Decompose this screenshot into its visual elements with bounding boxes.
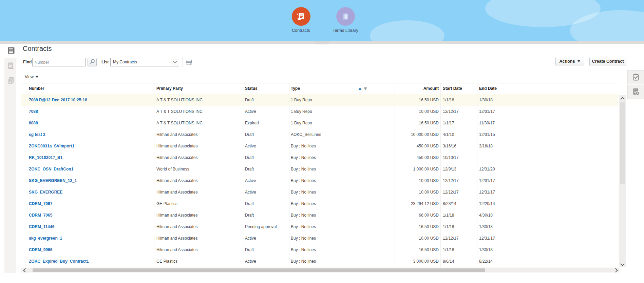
- table-row[interactable]: 7088 R@12-Dec-2017 10:25:18A T & T SOLUT…: [21, 94, 618, 106]
- contract-number-cell: skg_evergreen_1: [29, 233, 62, 244]
- amount-cell: 450.00 USD: [380, 152, 439, 163]
- column-separator: [289, 83, 289, 267]
- table-row[interactable]: CDRM_7065Hilman and AssociatesDraftBuy :…: [21, 209, 618, 221]
- table-row[interactable]: 8088A T & T SOLUTIONS INCExpired1 Buy Re…: [21, 117, 618, 129]
- row-gutter: [21, 140, 27, 152]
- actions-button[interactable]: Actions: [555, 57, 584, 66]
- search-contracts-rail-icon[interactable]: [8, 47, 15, 55]
- horizontal-scrollbar-thumb[interactable]: [33, 268, 485, 272]
- vertical-scrollbar-thumb[interactable]: [620, 102, 625, 184]
- table-row[interactable]: CDRM_9966Hilman and AssociatesDraftBuy :…: [21, 244, 618, 256]
- row-gutter: [21, 233, 27, 244]
- amount-cell: 10.00 USD: [380, 186, 439, 198]
- status-cell: Active: [245, 233, 256, 244]
- springboard-collapse-handle[interactable]: [315, 41, 329, 44]
- contract-link[interactable]: ZOKC_Expired_Buy_Contract1: [29, 259, 89, 264]
- table-row[interactable]: CDRM_11446Hilman and AssociatesPending a…: [21, 221, 618, 233]
- start-date-cell: 12/12/17: [443, 186, 459, 198]
- contract-link[interactable]: 8088: [29, 121, 38, 125]
- row-gutter: [21, 152, 27, 163]
- column-header-primary-party[interactable]: Primary Party: [156, 83, 183, 94]
- contract-link[interactable]: ZOKC0031a_SVImport1: [29, 144, 74, 148]
- table-row[interactable]: ZOKC0031a_SVImport1Hilman and Associates…: [21, 140, 618, 152]
- primary-party-cell: GE Plastics: [156, 198, 177, 209]
- contract-link[interactable]: CDRM_11446: [29, 224, 54, 229]
- contract-link[interactable]: 7088 R@12-Dec-2017 10:25:18: [29, 98, 87, 102]
- create-contract-button[interactable]: Create Contract: [589, 57, 626, 66]
- start-date-cell: 12/9/13: [443, 163, 456, 175]
- sort-descending-icon[interactable]: [364, 87, 367, 90]
- list-select[interactable]: My Contracts: [110, 58, 179, 66]
- actions-button-label: Actions: [560, 59, 575, 64]
- status-cell: Active: [245, 175, 256, 186]
- type-cell: AOKC_SellLines: [291, 129, 321, 140]
- top-banner: Contracts Terms Library: [0, 0, 644, 41]
- column-header-number[interactable]: Number: [29, 83, 44, 94]
- contract-link[interactable]: SKG_EVERGREE: [29, 190, 62, 195]
- column-header-start-date[interactable]: Start Date: [443, 83, 462, 94]
- amount-cell: 66.00 USD: [380, 209, 439, 221]
- table-row[interactable]: SKG_EVERGREEN_12_1Hilman and AssociatesA…: [21, 175, 618, 187]
- table-row[interactable]: ZOKC_Expired_Buy_Contract1GE PlasticsAct…: [21, 256, 618, 267]
- contract-link[interactable]: CDRM_7065: [29, 213, 52, 218]
- springboard-item-contracts[interactable]: Contracts: [284, 7, 318, 33]
- create-contract-label: Create Contract: [592, 59, 624, 64]
- contract-link[interactable]: 7088: [29, 109, 38, 114]
- column-header-amount[interactable]: Amount: [380, 83, 439, 94]
- status-cell: Draft: [245, 129, 254, 140]
- sort-ascending-icon[interactable]: [358, 87, 362, 90]
- table-row[interactable]: RK_10102017_B1Hilman and AssociatesDraft…: [21, 152, 618, 164]
- column-header-status[interactable]: Status: [245, 83, 258, 94]
- contract-deliverables-rail-icon[interactable]: [7, 62, 15, 70]
- start-date-cell: 8/6/14: [443, 256, 454, 267]
- table-row[interactable]: ZOKC_OSN_DraftCon1World of BusinessDraft…: [21, 163, 618, 175]
- start-date-cell: 3/16/16: [443, 140, 456, 152]
- end-date-cell: 12/31/17: [479, 233, 495, 244]
- manage-lists-icon[interactable]: [185, 59, 193, 66]
- primary-party-cell: A T & T SOLUTIONS INC: [156, 94, 203, 106]
- table-row[interactable]: sg test 2Hilman and AssociatesDraftAOKC_…: [21, 129, 618, 141]
- end-date-cell: 1/30/18: [479, 221, 493, 233]
- primary-party-cell: Hilman and Associates: [156, 209, 197, 221]
- start-date-cell: 1/1/18: [443, 221, 454, 233]
- springboard-item-terms-library[interactable]: Terms Library: [328, 7, 362, 33]
- primary-party-cell: A T & T SOLUTIONS INC: [156, 106, 203, 117]
- table-row[interactable]: 7088A T & T SOLUTIONS INCActive1 Buy Rep…: [21, 106, 618, 118]
- recent-items-side-tab[interactable]: [627, 85, 644, 99]
- contract-link[interactable]: CDRM_9966: [29, 247, 52, 252]
- primary-party-cell: Hilman and Associates: [156, 129, 197, 140]
- start-date-cell: 4/1/10: [443, 129, 454, 140]
- contract-link[interactable]: skg_evergreen_1: [29, 236, 62, 241]
- search-button[interactable]: [88, 58, 97, 66]
- type-cell: Buy : No lines: [291, 233, 316, 244]
- pending-contracts-rail-icon[interactable]: [7, 77, 15, 86]
- type-cell: Buy : No lines: [291, 152, 316, 163]
- contract-link[interactable]: CDRM_7067: [29, 201, 52, 206]
- contract-link[interactable]: sg test 2: [29, 132, 45, 137]
- type-cell: Buy : No lines: [291, 175, 316, 186]
- status-cell: Draft: [245, 198, 254, 209]
- primary-party-cell: Hilman and Associates: [156, 221, 197, 233]
- contract-deliverables-side-tab[interactable]: [627, 70, 644, 84]
- status-cell: Active: [245, 256, 256, 267]
- table-row[interactable]: CDRM_7067GE PlasticsDraftBuy : No lines2…: [21, 198, 618, 210]
- view-menu[interactable]: View: [25, 74, 38, 80]
- contract-number-cell: CDRM_9966: [29, 244, 52, 256]
- row-gutter: [21, 221, 27, 233]
- contract-link[interactable]: SKG_EVERGREEN_12_1: [29, 178, 77, 183]
- table-row[interactable]: skg_evergreen_1Hilman and AssociatesActi…: [21, 233, 618, 244]
- contract-number-cell: 7088 R@12-Dec-2017 10:25:18: [29, 94, 87, 106]
- find-input[interactable]: [32, 58, 86, 66]
- amount-cell: 16.50 USD: [380, 94, 439, 106]
- contract-number-cell: CDRM_11446: [29, 221, 54, 233]
- table-row[interactable]: SKG_EVERGREEHilman and AssociatesActiveB…: [21, 186, 618, 198]
- column-header-end-date[interactable]: End Date: [479, 83, 497, 94]
- type-cell: Buy : No lines: [291, 256, 316, 267]
- end-date-cell: 12/31/17: [479, 175, 495, 186]
- contract-link[interactable]: ZOKC_OSN_DraftCon1: [29, 167, 73, 171]
- column-header-type[interactable]: Type: [291, 83, 300, 94]
- type-cell: Buy : No lines: [291, 244, 316, 256]
- contract-number-cell: RK_10102017_B1: [29, 152, 62, 163]
- contract-link[interactable]: RK_10102017_B1: [29, 155, 62, 160]
- list-select-dropdown-button[interactable]: [171, 58, 179, 66]
